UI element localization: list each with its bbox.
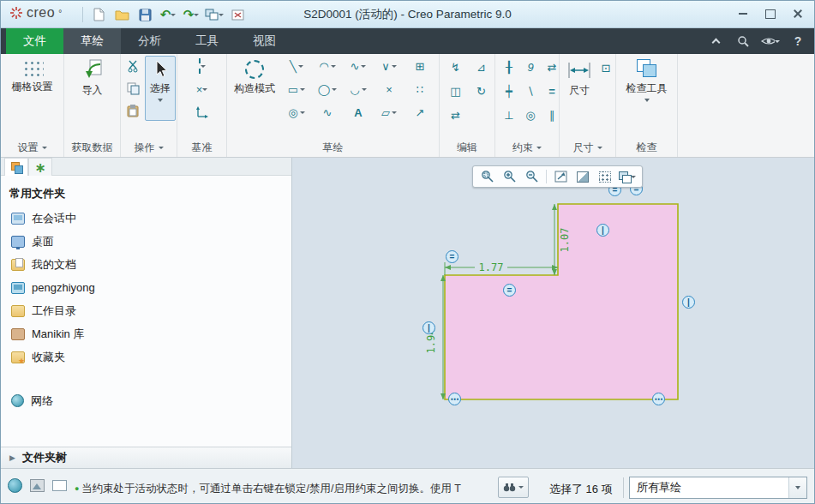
plane-display-icon[interactable]: [52, 480, 67, 491]
mirror-tool[interactable]: [444, 105, 467, 126]
find-button[interactable]: [498, 477, 529, 498]
display-filters-icon[interactable]: [617, 168, 638, 185]
copy-icon[interactable]: [123, 79, 142, 98]
sidebar-item-working-directory[interactable]: 工作目录: [1, 299, 291, 322]
dimension-1-77[interactable]: 1.77: [479, 261, 504, 273]
new-file-icon[interactable]: [88, 4, 109, 25]
sidebar-item-network[interactable]: 网络: [1, 389, 291, 412]
import-button[interactable]: 导入: [69, 54, 117, 99]
arc-tool[interactable]: [313, 56, 342, 77]
sidebar-item-documents[interactable]: 我的文档: [1, 253, 291, 276]
line-chain-tool[interactable]: [282, 56, 311, 77]
collapse-ribbon-icon[interactable]: [706, 32, 725, 51]
text-tool[interactable]: [344, 102, 373, 123]
grid-settings-button[interactable]: 栅格设置: [5, 54, 60, 95]
grid-display-icon[interactable]: [595, 168, 615, 185]
rectangle-tool[interactable]: [282, 79, 311, 100]
zoom-selected-icon[interactable]: [477, 168, 498, 185]
zoom-out-icon[interactable]: [522, 168, 542, 185]
coordinate-system-tool-icon[interactable]: [193, 103, 212, 122]
my-documents-icon: [11, 259, 25, 271]
palette-tool[interactable]: [405, 56, 434, 77]
centerline-tool-icon[interactable]: [193, 57, 212, 75]
constraint-vertical-1[interactable]: |: [596, 224, 609, 237]
constraint-horizontal[interactable]: [500, 81, 518, 102]
cut-icon[interactable]: [123, 57, 142, 75]
paste-icon[interactable]: [123, 101, 142, 120]
constraint-perpendicular[interactable]: [500, 105, 518, 126]
zoom-in-icon[interactable]: [500, 168, 520, 185]
inspect-tool-button[interactable]: 检查工具: [620, 54, 674, 103]
favorites-tab[interactable]: [28, 158, 52, 176]
tab-file[interactable]: 文件: [6, 28, 63, 54]
open-file-icon[interactable]: [111, 4, 132, 25]
baseline-dimension-tool[interactable]: [597, 57, 614, 79]
constraint-midpoint[interactable]: [521, 81, 540, 102]
sidebar-item-manikin-library[interactable]: Manikin 库: [1, 322, 291, 345]
selection-filter-combo[interactable]: 所有草绘: [629, 477, 807, 499]
constraint-symmetric[interactable]: [542, 57, 561, 78]
close-button[interactable]: [785, 4, 811, 23]
select-button[interactable]: 选择: [145, 56, 176, 121]
group-label-operations[interactable]: 操作: [121, 141, 177, 155]
redo-icon[interactable]: [181, 4, 201, 25]
divide-tool[interactable]: [444, 81, 467, 102]
visibility-eye-icon[interactable]: [761, 32, 780, 51]
delete-segment-tool[interactable]: [444, 57, 467, 78]
save-icon[interactable]: [135, 4, 155, 25]
tab-view[interactable]: 视图: [236, 28, 293, 54]
circle-tool[interactable]: [313, 79, 342, 100]
spline-curve-tool[interactable]: [313, 102, 342, 123]
browser-toggle-icon[interactable]: [8, 478, 22, 493]
corner-tool[interactable]: [470, 57, 493, 78]
rotate-resize-tool[interactable]: [470, 81, 493, 102]
dimension-1-07[interactable]: 1.07: [559, 228, 571, 253]
tab-analysis[interactable]: 分析: [121, 28, 178, 54]
chamfer-tool[interactable]: [375, 56, 404, 77]
sidebar-item-favorites[interactable]: 收藏夹: [1, 345, 291, 369]
point-tool[interactable]: [375, 79, 404, 100]
dimension-button[interactable]: 尺寸: [561, 56, 597, 99]
minimize-button[interactable]: [730, 4, 756, 23]
constraint-coincident[interactable]: [521, 105, 540, 126]
constraint-parallel[interactable]: [542, 105, 561, 126]
search-icon[interactable]: [734, 32, 752, 51]
constraint-tangent[interactable]: [521, 57, 540, 78]
project-tool[interactable]: [405, 102, 434, 123]
constraint-coincident-1[interactable]: ⋯: [448, 393, 461, 405]
construction-mode-button[interactable]: 构造模式: [231, 56, 279, 97]
refit-icon[interactable]: [550, 168, 571, 185]
constraint-equal-4[interactable]: =: [503, 284, 516, 297]
constraint-vertical[interactable]: [500, 57, 518, 78]
folder-browser-tab[interactable]: [4, 158, 28, 176]
switch-windows-icon[interactable]: [204, 4, 225, 25]
offset-tool[interactable]: [375, 102, 404, 123]
group-label-constraints[interactable]: 约束: [495, 141, 559, 155]
constraint-equal-3[interactable]: =: [446, 250, 458, 263]
sidebar-item-computer[interactable]: pengzhiyong: [1, 276, 291, 299]
fillet-tool[interactable]: [344, 79, 373, 100]
constraint-vertical-2[interactable]: |: [682, 296, 695, 309]
undo-icon[interactable]: [158, 4, 178, 25]
maximize-button[interactable]: [758, 4, 783, 23]
constraint-equal[interactable]: [542, 81, 561, 102]
sidebar-item-desktop[interactable]: 桌面: [1, 230, 291, 253]
tab-sketch[interactable]: 草绘: [63, 28, 121, 54]
close-window-icon[interactable]: [227, 4, 248, 25]
folder-tree-bar[interactable]: 文件夹树: [1, 447, 291, 468]
selection-filter-dropdown[interactable]: [788, 477, 806, 498]
pattern-tool[interactable]: [405, 79, 434, 100]
sidebar-item-in-session[interactable]: 在会话中: [1, 207, 291, 230]
datum-point-tool-icon[interactable]: [193, 80, 212, 99]
display-style-icon[interactable]: [572, 168, 593, 185]
constraint-vertical-3[interactable]: |: [422, 321, 435, 334]
group-label-dimensions[interactable]: 尺寸: [560, 141, 615, 155]
tab-tools[interactable]: 工具: [178, 28, 236, 54]
spline-tool[interactable]: [344, 56, 373, 77]
circle-3-point-tool[interactable]: [282, 102, 311, 123]
constraint-coincident-2[interactable]: ⋯: [652, 393, 665, 405]
help-icon[interactable]: ?: [788, 32, 807, 51]
model-display-icon[interactable]: [30, 479, 45, 492]
sketch-canvas[interactable]: 1.77 1.07 1.94 = = = = | | | ⋯ ⋯: [292, 158, 815, 468]
group-label-settings[interactable]: 设置: [1, 141, 63, 155]
